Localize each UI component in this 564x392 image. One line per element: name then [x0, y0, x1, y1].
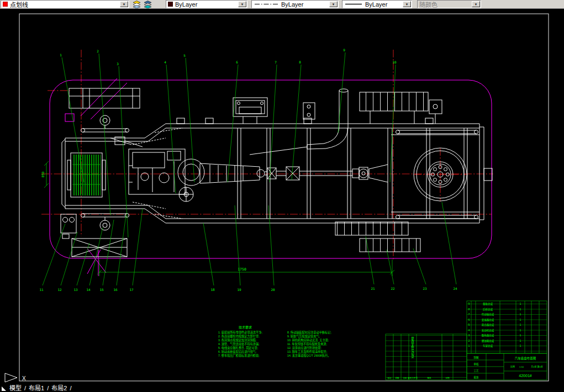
note-line: 8. 传动轴装配时应注意动平衡标记;	[287, 330, 331, 335]
lineweight-dropdown[interactable]: ByLayer ▼	[342, 0, 412, 8]
part-name: 备胎总成	[483, 302, 493, 306]
layer-name-label: 点划线	[10, 0, 28, 8]
ucs-axis-label: X	[22, 375, 26, 382]
linetype-sample-icon	[254, 2, 279, 6]
callout-label: 18	[210, 288, 215, 292]
callout-label: 14	[86, 288, 91, 292]
note-line: 5. 电线束应捆扎整齐, 固定可靠;	[218, 346, 258, 350]
plotstyle-value-label: 随颜色	[419, 0, 438, 8]
layer-states-button[interactable]	[143, 0, 152, 8]
note-line: 7. 整车按出厂检验标准进行检验;	[218, 353, 260, 358]
mounted-equipment	[61, 88, 442, 257]
drive-shaft	[265, 167, 359, 180]
note-line: 1. 装配前所有零部件必须清洗干净;	[218, 330, 262, 335]
drawing-title: 汽车底盘布置图	[515, 356, 536, 361]
chevron-down-icon[interactable]: ▼	[120, 1, 128, 7]
lineweight-sample-icon	[344, 2, 363, 6]
layer-states-icon	[144, 1, 152, 8]
part-name: 车架总成	[483, 344, 493, 348]
sheet-info: 共1张 第1张	[531, 365, 543, 368]
model-space-canvas[interactable]: 1 2 3 4 5 6 7 8 9 10 11 12 13 14 15 16 1…	[0, 9, 564, 385]
part-name: 后桥总成	[483, 308, 493, 311]
callout-label: 6	[236, 60, 238, 64]
callout-label: 19	[237, 288, 241, 292]
chevron-down-icon: ▼	[472, 1, 480, 7]
ucs-icon: X	[5, 373, 26, 382]
engine	[129, 149, 185, 194]
callout-label: 10	[392, 60, 397, 64]
current-color-swatch	[168, 2, 173, 7]
model-tab-icon	[1, 386, 7, 391]
part-name: 变速器总成	[482, 318, 494, 322]
callout-label: 9	[343, 48, 345, 52]
callout-label: 8	[299, 60, 301, 64]
tab-layout2[interactable]: 布局2	[51, 385, 67, 392]
dimension-width: 850	[41, 171, 45, 177]
note-line: 3. 各润滑点按规定加注润滑脂;	[218, 338, 256, 342]
layer-color-swatch	[3, 2, 8, 7]
chevron-down-icon[interactable]: ▼	[403, 1, 411, 7]
linetype-dropdown[interactable]: ByLayer ▼	[251, 0, 339, 8]
tab-model[interactable]: 模型	[9, 385, 22, 392]
callout-label: 12	[57, 288, 62, 292]
callout-label: 4	[164, 60, 166, 64]
color-dropdown[interactable]: ByLayer ▼	[166, 0, 247, 8]
layout-tab-bar: 模型 / 布局1 / 布局2 /	[0, 385, 564, 392]
title-row-label: 制图	[474, 356, 479, 359]
callout-label: 20	[271, 288, 275, 292]
chevron-down-icon[interactable]: ▼	[238, 1, 246, 7]
callout-label: 22	[391, 287, 395, 290]
chevron-down-icon[interactable]: ▼	[329, 1, 338, 7]
chassis-frame	[61, 88, 492, 257]
rev-header: 标记	[387, 377, 392, 379]
lineweight-value-label: ByLayer	[365, 1, 387, 8]
note-line: 10. 转向机构应转动灵活, 无卡滞;	[287, 338, 329, 342]
callout-label: 2	[97, 49, 99, 53]
title-row-label: 工艺	[474, 369, 479, 372]
part-name: 燃油箱总成	[482, 339, 494, 343]
exhaust-pipe	[250, 89, 348, 155]
callout-label: 23	[423, 287, 427, 290]
notes-title: 技术要求	[239, 325, 252, 330]
callout-label: 11	[39, 288, 44, 292]
rev-header: 日期	[445, 377, 450, 379]
note-line: 2. 各连接螺栓均按规定力矩拧紧;	[218, 334, 260, 338]
note-line: 9. 轮胎气压按规定值充气;	[287, 334, 320, 338]
object-properties-toolbar: 点划线 ▼ ByLayer ▼	[0, 0, 564, 9]
dimension-length: 1750	[238, 267, 246, 272]
tab-separator: /	[47, 385, 49, 392]
callout-label: 13	[73, 288, 78, 292]
cad-application-window: 点划线 ▼ ByLayer ▼	[0, 0, 564, 392]
rev-column-note: 更改文件号记录	[411, 337, 414, 358]
rev-header: 处数	[395, 377, 399, 379]
callout-label: 5	[183, 54, 186, 57]
title-row-label: 批准	[474, 375, 479, 379]
technical-notes: 技术要求 1. 装配前所有零部件必须清洗干净; 2. 各连接螺栓均按规定力矩拧紧…	[218, 325, 331, 358]
part-name: 传动轴总成	[482, 312, 494, 316]
part-name: 离合器总成	[482, 323, 494, 327]
note-line: 12. 涂漆前应进行防锈处理;	[287, 346, 321, 350]
transmission	[178, 159, 265, 202]
tab-separator: /	[70, 385, 71, 392]
tab-separator: /	[24, 385, 26, 392]
callout-label: 3	[117, 62, 119, 66]
layer-dropdown[interactable]: 点划线 ▼	[1, 0, 129, 8]
chassis-drawing: 1 2 3 4 5 6 7 8 9 10 11 12 13 14 15 16 1…	[0, 9, 564, 385]
note-line: 13. 随车工具及附件按清单配齐;	[287, 349, 327, 354]
note-line: 4. 油管、气管连接处不得有渗漏;	[218, 342, 260, 346]
note-line: 14. 未注事项按QC/T 29008执行。	[287, 353, 330, 358]
callout-label: 21	[371, 287, 375, 290]
color-value-label: ByLayer	[175, 1, 197, 8]
scale-value: 1:10	[519, 365, 524, 368]
callout-label: 1	[60, 53, 62, 57]
rev-header: 分区	[403, 377, 407, 379]
title-row-label: 审核	[474, 362, 479, 366]
tab-layout1[interactable]: 布局1	[29, 385, 44, 392]
radiator	[67, 153, 106, 197]
callout-label: 16	[113, 288, 118, 292]
callout-label: 7	[275, 60, 277, 64]
layers-manager-icon[interactable]	[131, 0, 141, 8]
rev-header: 签名	[427, 377, 431, 379]
note-line: 11. 车架焊缝不得有裂纹及夹渣;	[287, 342, 327, 346]
callout-label: 15	[99, 288, 104, 292]
